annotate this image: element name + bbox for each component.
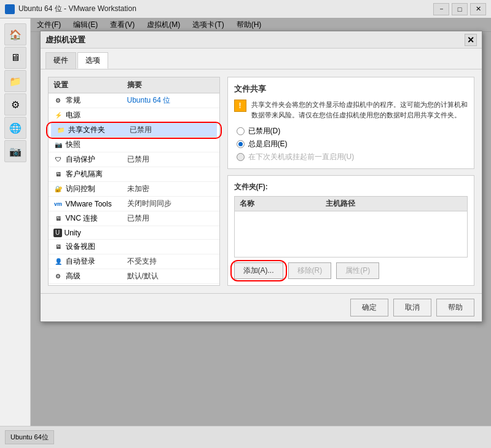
dialog-footer: 确定 取消 帮助 <box>41 293 482 321</box>
folder-table: 名称 主机路径 <box>234 196 468 257</box>
radio-disabled-label: 已禁用(D) <box>248 126 281 136</box>
shared-folder-label: 共享文件夹 <box>68 125 130 135</box>
confirm-button[interactable]: 确定 <box>350 299 388 316</box>
access-control-label: 访问控制 <box>66 184 127 194</box>
remove-folder-button[interactable]: 移除(R) <box>288 262 332 279</box>
device-view-label: 设备视图 <box>66 242 127 252</box>
dialog-tabs: 硬件 选项 <box>41 49 482 69</box>
shared-folder-icon: 📁 <box>56 125 66 135</box>
settings-row-isolation[interactable]: 🖥 客户机隔离 <box>49 167 219 182</box>
autoprotect-value: 已禁用 <box>127 154 149 165</box>
sidebar-snapshot-icon[interactable]: 📷 <box>4 140 26 162</box>
power-icon: ⚡ <box>53 111 63 120</box>
shared-folder-wrapper: 📁 共享文件夹 已禁用 <box>49 123 219 138</box>
settings-row-vnc[interactable]: 🖥 VNC 连接 已禁用 <box>49 211 219 226</box>
power-label: 电源 <box>66 110 127 120</box>
warning-text: 共享文件夹会将您的文件显示给虚拟机中的程序。这可能为您的计算机和数据带来风险。请… <box>251 100 468 120</box>
autoprotect-label: 自动保护 <box>66 154 127 165</box>
minimize-button[interactable]: － <box>433 3 449 15</box>
vmware-tools-icon: vm <box>53 199 63 209</box>
right-panel: 文件共享 ! 共享文件夹会将您的文件显示给虚拟机中的程序。这可能为您的计算机和数… <box>227 77 474 286</box>
access-control-value: 未加密 <box>127 184 149 194</box>
sidebar-folder-icon[interactable]: 📁 <box>4 70 26 92</box>
general-label: 常规 <box>66 95 127 106</box>
vnc-label: VNC 连接 <box>66 213 127 224</box>
warning-icon: ! <box>234 100 246 112</box>
settings-row-auto-login[interactable]: 👤 自动登录 不受支持 <box>49 254 219 269</box>
dialog-close-button[interactable]: ✕ <box>465 34 477 46</box>
settings-panel: 设置 摘要 ⚙ 常规 Ubuntu 64 位 ⚡ 电源 <box>48 77 220 286</box>
settings-row-autoprotect[interactable]: 🛡 自动保护 已禁用 <box>49 152 219 167</box>
taskbar: Ubuntu 64位 <box>0 426 491 448</box>
vmware-sidebar: 🏠 🖥 📁 ⚙ 🌐 📷 <box>0 18 31 448</box>
vmware-tools-label: VMware Tools <box>66 200 127 208</box>
settings-row-device-view[interactable]: 🖥 设备视图 <box>49 240 219 254</box>
folder-buttons: 添加(A)... 移除(R) 属性(P) <box>234 262 468 279</box>
warning-box: ! 共享文件夹会将您的文件显示给虚拟机中的程序。这可能为您的计算机和数据带来风险… <box>234 100 468 120</box>
settings-table-header: 设置 摘要 <box>49 77 219 93</box>
add-button-wrapper: 添加(A)... <box>234 262 283 279</box>
folder-section: 文件夹(F): 名称 主机路径 添加(A)... <box>227 175 474 286</box>
settings-row-power[interactable]: ⚡ 电源 <box>49 108 219 123</box>
sidebar-home-icon[interactable]: 🏠 <box>4 23 26 45</box>
general-value: Ubuntu 64 位 <box>127 95 171 106</box>
folder-table-header: 名称 主机路径 <box>235 197 467 211</box>
radio-always-input[interactable] <box>237 140 245 148</box>
radio-shutdown-label: 在下次关机或挂起前一直启用(U) <box>248 152 355 162</box>
vnc-icon: 🖥 <box>53 214 63 224</box>
taskbar-item-vm[interactable]: Ubuntu 64位 <box>5 430 54 444</box>
auto-login-icon: 👤 <box>53 257 63 267</box>
radio-until-shutdown: 在下次关机或挂起前一直启用(U) <box>237 152 468 162</box>
dialog-title: 虚拟机设置 <box>45 34 465 45</box>
auto-login-value: 不受支持 <box>127 256 157 267</box>
unity-icon: U <box>53 229 62 237</box>
settings-row-vmware-tools[interactable]: vm VMware Tools 关闭时间同步 <box>49 197 219 211</box>
advanced-value: 默认/默认 <box>127 271 159 281</box>
radio-always-label: 总是启用(E) <box>248 139 288 149</box>
radio-always-enabled[interactable]: 总是启用(E) <box>237 139 468 149</box>
vmware-titlebar: Ubuntu 64 位 - VMware Workstation － □ ✕ <box>0 0 491 18</box>
settings-row-unity[interactable]: U Unity <box>49 226 219 240</box>
radio-disabled-input[interactable] <box>237 127 245 135</box>
access-control-icon: 🔐 <box>53 184 63 194</box>
cancel-button[interactable]: 取消 <box>393 299 431 316</box>
vmware-app-icon <box>5 4 15 14</box>
unity-label: Unity <box>65 229 126 237</box>
snapshot-icon: 📷 <box>53 140 63 150</box>
dialog-body: 设置 摘要 ⚙ 常规 Ubuntu 64 位 ⚡ 电源 <box>41 69 482 293</box>
file-sharing-title: 文件共享 <box>234 84 468 95</box>
autoprotect-icon: 🛡 <box>53 155 63 165</box>
radio-disabled[interactable]: 已禁用(D) <box>237 126 468 136</box>
radio-group-sharing: 已禁用(D) 总是启用(E) 在下次关机或挂起前一直启用(U) <box>234 126 468 162</box>
vmware-tools-value: 关闭时间同步 <box>127 198 171 209</box>
sidebar-network-icon[interactable]: 🌐 <box>4 117 26 139</box>
folder-col-name-header: 名称 <box>240 198 326 209</box>
isolation-label: 客户机隔离 <box>66 169 127 179</box>
settings-row-general[interactable]: ⚙ 常规 Ubuntu 64 位 <box>49 93 219 108</box>
close-window-button[interactable]: ✕ <box>470 3 486 15</box>
folder-col-path-header: 主机路径 <box>326 198 355 209</box>
col-setting-header: 设置 <box>53 80 127 90</box>
properties-button[interactable]: 属性(P) <box>336 262 379 279</box>
shared-folder-value: 已禁用 <box>130 125 152 135</box>
vmware-window-title: Ubuntu 64 位 - VMware Workstation <box>18 4 433 14</box>
isolation-icon: 🖥 <box>53 170 63 179</box>
settings-row-advanced[interactable]: ⚙ 高级 默认/默认 <box>49 269 219 284</box>
sidebar-settings-icon[interactable]: ⚙ <box>4 93 26 116</box>
vmware-main-area: 文件(F) 编辑(E) 查看(V) 虚拟机(M) 选项卡(T) 帮助(H) 虚拟… <box>31 18 491 448</box>
window-controls: － □ ✕ <box>433 3 486 15</box>
settings-row-shared-folder[interactable]: 📁 共享文件夹 已禁用 <box>51 123 217 138</box>
folder-label-text: 文件夹(F): <box>234 182 268 192</box>
maximize-button[interactable]: □ <box>452 3 468 15</box>
sidebar-vm-icon[interactable]: 🖥 <box>4 47 26 69</box>
auto-login-label: 自动登录 <box>66 256 127 267</box>
general-icon: ⚙ <box>53 96 63 106</box>
help-button[interactable]: 帮助 <box>436 299 474 316</box>
settings-row-snapshot[interactable]: 📷 快照 <box>49 138 219 152</box>
tab-options[interactable]: 选项 <box>77 52 108 69</box>
vnc-value: 已禁用 <box>127 213 149 224</box>
settings-row-access-control[interactable]: 🔐 访问控制 未加密 <box>49 182 219 197</box>
vm-settings-dialog: 虚拟机设置 ✕ 硬件 选项 设置 摘要 ⚙ <box>40 31 482 322</box>
add-folder-button[interactable]: 添加(A)... <box>234 262 283 279</box>
tab-hardware[interactable]: 硬件 <box>45 52 76 69</box>
